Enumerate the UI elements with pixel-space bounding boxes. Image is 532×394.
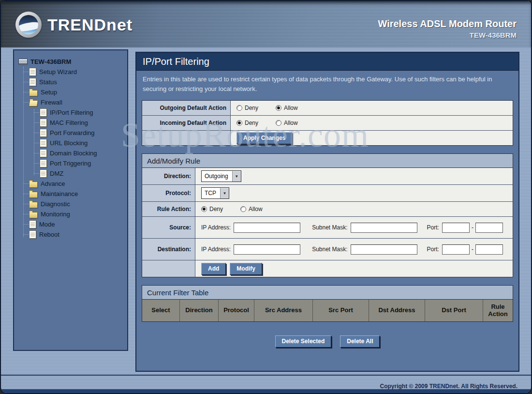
allow-radio-label: Allow (249, 206, 263, 212)
open-folder-icon (29, 100, 38, 106)
incoming-default-action-label: Incoming Default Action (142, 116, 231, 130)
deny-radio-label: Deny (245, 105, 258, 111)
destination-ip-label: IP Address: (201, 246, 231, 253)
sidebar-item-setup-wizard[interactable]: Setup Wizard (18, 67, 124, 77)
column-header-dst-port: Dst Port (425, 300, 483, 321)
chevron-down-icon: ▼ (232, 171, 241, 182)
source-port-label: Port: (427, 224, 439, 231)
trendnet-logo: TRENDnet (15, 12, 133, 38)
incoming-allow-radio[interactable] (276, 120, 281, 126)
sidebar-item-ip-port-filtering[interactable]: IP/Port Filtering (18, 107, 124, 118)
source-port-to-input[interactable] (475, 223, 503, 233)
sidebar-item-url-blocking[interactable]: URL Blocking (18, 138, 124, 148)
document-icon (40, 129, 47, 137)
protocol-label: Protocol: (142, 185, 195, 201)
document-icon (40, 108, 47, 117)
page-description: Entries in this table are used to restri… (136, 71, 518, 98)
product-title: Wireless ADSL Modem Router (378, 18, 517, 30)
document-icon (40, 149, 47, 157)
destination-label: Destination: (142, 239, 195, 260)
product-model: TEW-436BRM (378, 31, 517, 39)
protocol-select[interactable]: TCP ▼ (201, 187, 229, 199)
brand-name: TRENDnet (47, 15, 133, 34)
copyright-text: Copyright © 2009 TRENDnet. All Rights Re… (380, 383, 517, 390)
column-header-dst-address: Dst Address (369, 300, 425, 321)
page-title-bar: IP/Port Filtering (136, 53, 518, 71)
destination-port-label: Port: (427, 246, 439, 253)
delete-buttons-row: Delete Selected Delete All (136, 335, 518, 348)
source-ip-label: IP Address: (201, 224, 231, 231)
source-ip-input[interactable] (234, 223, 300, 233)
sidebar-item-port-triggering[interactable]: Port Triggering (18, 158, 124, 168)
modify-button[interactable]: Modify (230, 263, 262, 275)
destination-port-from-input[interactable] (442, 244, 470, 255)
source-row: Source: IP Address: Subnet Mask: Port: - (142, 217, 513, 239)
add-modify-rule-header: Add/Modify Rule (142, 153, 513, 168)
document-icon (29, 220, 36, 228)
page-title: IP/Port Filtering (143, 56, 209, 67)
column-header-select: Select (142, 300, 180, 321)
source-subnet-label: Subnet Mask: (312, 224, 347, 231)
direction-select[interactable]: Outgoing ▼ (201, 170, 241, 182)
port-range-separator: - (472, 224, 473, 231)
delete-all-button[interactable]: Delete All (340, 335, 380, 348)
allow-radio-label: Allow (284, 120, 298, 126)
column-header-rule-action: Rule Action (483, 300, 513, 321)
sidebar-root-tew436brm[interactable]: TEW-436BRM (18, 56, 124, 67)
nav-tree: TEW-436BRM Setup Wizard Status Setup Fir… (14, 50, 127, 240)
document-icon (40, 119, 47, 127)
rule-action-deny-radio[interactable] (201, 206, 207, 212)
destination-subnet-input[interactable] (351, 244, 417, 255)
outgoing-deny-radio[interactable] (236, 105, 242, 111)
destination-ip-input[interactable] (234, 244, 300, 255)
destination-port-to-input[interactable] (475, 244, 503, 255)
column-header-protocol: Protocol (219, 300, 254, 321)
main-panel: IP/Port Filtering Entries in this table … (135, 52, 519, 372)
footer-divider (1, 375, 531, 376)
sidebar-item-status[interactable]: Status (18, 77, 124, 87)
sidebar: TEW-436BRM Setup Wizard Status Setup Fir… (13, 49, 128, 351)
source-port-from-input[interactable] (442, 223, 470, 233)
default-action-table: Outgoing Default Action Deny Allow Incom… (142, 100, 513, 146)
rule-action-label: Rule Action: (142, 202, 195, 216)
delete-selected-button[interactable]: Delete Selected (275, 335, 332, 348)
direction-row: Direction: Outgoing ▼ (142, 168, 513, 185)
folder-icon (29, 212, 38, 218)
column-header-src-address: Src Address (254, 300, 313, 321)
sidebar-item-advance[interactable]: Advance (18, 179, 124, 189)
source-subnet-input[interactable] (351, 223, 417, 233)
rule-action-allow-radio[interactable] (240, 206, 246, 212)
rule-action-row: Rule Action: Deny Allow (142, 202, 513, 217)
port-range-separator: - (472, 246, 473, 253)
sidebar-item-diagnostic[interactable]: Diagnostic (18, 199, 124, 209)
sidebar-item-mac-filtering[interactable]: MAC Filtering (18, 118, 124, 128)
column-header-direction: Direction (180, 300, 219, 321)
bottom-edge-bar (1, 389, 531, 393)
outgoing-default-action-label: Outgoing Default Action (142, 101, 231, 115)
deny-radio-label: Deny (245, 120, 258, 126)
add-modify-buttons-row: Add Modify (142, 260, 513, 277)
sidebar-item-setup[interactable]: Setup (18, 87, 124, 97)
outgoing-allow-radio[interactable] (276, 105, 281, 111)
sidebar-item-maintainance[interactable]: Maintainance (18, 189, 124, 199)
sidebar-item-reboot[interactable]: Reboot (18, 229, 124, 240)
document-icon (40, 169, 47, 178)
destination-row: Destination: IP Address: Subnet Mask: Po… (142, 239, 513, 260)
folder-icon (29, 202, 38, 208)
sidebar-item-mode[interactable]: Mode (18, 219, 124, 229)
chevron-down-icon: ▼ (220, 188, 229, 198)
sidebar-item-monitoring[interactable]: Monitoring (18, 209, 124, 219)
apply-changes-button[interactable]: Apply Changes (236, 132, 292, 144)
sidebar-item-dmz[interactable]: DMZ (18, 168, 124, 179)
sidebar-item-port-forwarding[interactable]: Port Forwarding (18, 128, 124, 138)
sidebar-item-domain-blocking[interactable]: Domain Blocking (18, 148, 124, 158)
folder-icon (29, 182, 38, 188)
outgoing-default-action-row: Outgoing Default Action Deny Allow (142, 101, 513, 116)
router-admin-page: TRENDnet Wireless ADSL Modem Router TEW-… (0, 0, 532, 394)
add-button[interactable]: Add (201, 263, 226, 275)
document-icon (40, 159, 47, 167)
sidebar-item-firewall[interactable]: Firewall (18, 97, 124, 107)
incoming-deny-radio[interactable] (236, 120, 242, 126)
apply-changes-row: Apply Changes (142, 131, 513, 145)
folder-icon (29, 90, 38, 96)
